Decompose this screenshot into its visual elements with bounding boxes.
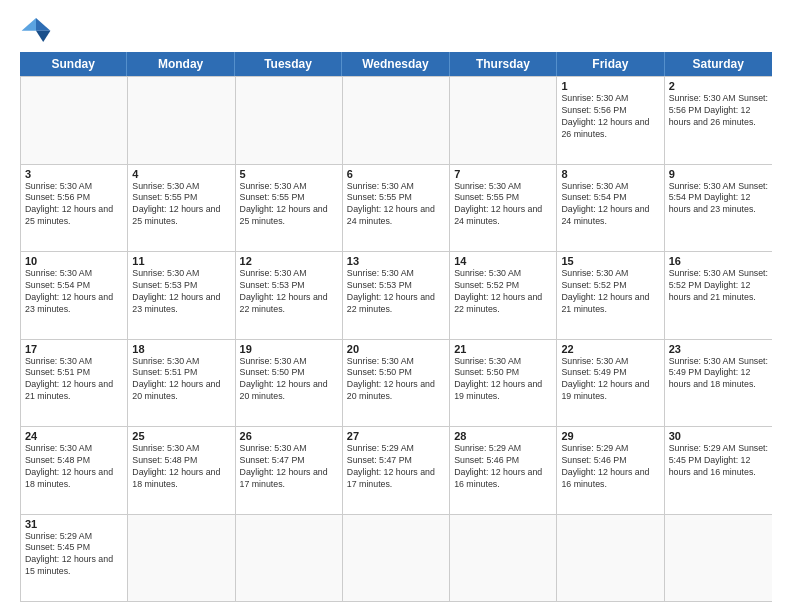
cell-date: 30 bbox=[669, 430, 768, 442]
calendar-cell: 6Sunrise: 5:30 AM Sunset: 5:55 PM Daylig… bbox=[343, 165, 450, 252]
calendar-cell bbox=[665, 515, 772, 602]
cell-date: 25 bbox=[132, 430, 230, 442]
cell-info: Sunrise: 5:29 AM Sunset: 5:46 PM Dayligh… bbox=[561, 443, 659, 491]
calendar-cell: 27Sunrise: 5:29 AM Sunset: 5:47 PM Dayli… bbox=[343, 427, 450, 514]
cell-date: 6 bbox=[347, 168, 445, 180]
cell-date: 11 bbox=[132, 255, 230, 267]
header-cell-thursday: Thursday bbox=[450, 52, 557, 76]
calendar-cell: 31Sunrise: 5:29 AM Sunset: 5:45 PM Dayli… bbox=[21, 515, 128, 602]
cell-date: 18 bbox=[132, 343, 230, 355]
calendar-cell: 12Sunrise: 5:30 AM Sunset: 5:53 PM Dayli… bbox=[236, 252, 343, 339]
calendar-row-2: 10Sunrise: 5:30 AM Sunset: 5:54 PM Dayli… bbox=[21, 251, 772, 339]
calendar-body: 1Sunrise: 5:30 AM Sunset: 5:56 PM Daylig… bbox=[20, 76, 772, 602]
cell-info: Sunrise: 5:30 AM Sunset: 5:51 PM Dayligh… bbox=[132, 356, 230, 404]
logo bbox=[20, 16, 56, 44]
calendar-cell bbox=[343, 77, 450, 164]
header-cell-tuesday: Tuesday bbox=[235, 52, 342, 76]
svg-marker-1 bbox=[36, 31, 50, 42]
calendar-cell bbox=[21, 77, 128, 164]
calendar-cell: 2Sunrise: 5:30 AM Sunset: 5:56 PM Daylig… bbox=[665, 77, 772, 164]
header-cell-friday: Friday bbox=[557, 52, 664, 76]
cell-date: 10 bbox=[25, 255, 123, 267]
cell-date: 12 bbox=[240, 255, 338, 267]
cell-date: 21 bbox=[454, 343, 552, 355]
header bbox=[20, 16, 772, 44]
cell-info: Sunrise: 5:30 AM Sunset: 5:54 PM Dayligh… bbox=[669, 181, 768, 217]
calendar-cell: 18Sunrise: 5:30 AM Sunset: 5:51 PM Dayli… bbox=[128, 340, 235, 427]
cell-info: Sunrise: 5:30 AM Sunset: 5:53 PM Dayligh… bbox=[132, 268, 230, 316]
cell-date: 23 bbox=[669, 343, 768, 355]
cell-info: Sunrise: 5:30 AM Sunset: 5:54 PM Dayligh… bbox=[25, 268, 123, 316]
calendar-cell bbox=[450, 77, 557, 164]
calendar-row-0: 1Sunrise: 5:30 AM Sunset: 5:56 PM Daylig… bbox=[21, 76, 772, 164]
cell-date: 20 bbox=[347, 343, 445, 355]
calendar-cell: 5Sunrise: 5:30 AM Sunset: 5:55 PM Daylig… bbox=[236, 165, 343, 252]
calendar-cell bbox=[450, 515, 557, 602]
cell-info: Sunrise: 5:30 AM Sunset: 5:49 PM Dayligh… bbox=[561, 356, 659, 404]
cell-date: 7 bbox=[454, 168, 552, 180]
cell-info: Sunrise: 5:30 AM Sunset: 5:48 PM Dayligh… bbox=[132, 443, 230, 491]
cell-date: 31 bbox=[25, 518, 123, 530]
calendar-cell: 7Sunrise: 5:30 AM Sunset: 5:55 PM Daylig… bbox=[450, 165, 557, 252]
calendar-cell: 16Sunrise: 5:30 AM Sunset: 5:52 PM Dayli… bbox=[665, 252, 772, 339]
calendar-cell: 9Sunrise: 5:30 AM Sunset: 5:54 PM Daylig… bbox=[665, 165, 772, 252]
cell-info: Sunrise: 5:30 AM Sunset: 5:48 PM Dayligh… bbox=[25, 443, 123, 491]
calendar-cell: 10Sunrise: 5:30 AM Sunset: 5:54 PM Dayli… bbox=[21, 252, 128, 339]
cell-date: 27 bbox=[347, 430, 445, 442]
cell-info: Sunrise: 5:30 AM Sunset: 5:50 PM Dayligh… bbox=[347, 356, 445, 404]
calendar-cell: 29Sunrise: 5:29 AM Sunset: 5:46 PM Dayli… bbox=[557, 427, 664, 514]
logo-icon bbox=[20, 16, 52, 44]
header-cell-wednesday: Wednesday bbox=[342, 52, 449, 76]
calendar-cell: 26Sunrise: 5:30 AM Sunset: 5:47 PM Dayli… bbox=[236, 427, 343, 514]
calendar-cell: 24Sunrise: 5:30 AM Sunset: 5:48 PM Dayli… bbox=[21, 427, 128, 514]
calendar-cell: 1Sunrise: 5:30 AM Sunset: 5:56 PM Daylig… bbox=[557, 77, 664, 164]
cell-date: 5 bbox=[240, 168, 338, 180]
cell-info: Sunrise: 5:30 AM Sunset: 5:53 PM Dayligh… bbox=[240, 268, 338, 316]
cell-date: 3 bbox=[25, 168, 123, 180]
cell-info: Sunrise: 5:30 AM Sunset: 5:49 PM Dayligh… bbox=[669, 356, 768, 392]
cell-date: 29 bbox=[561, 430, 659, 442]
cell-date: 1 bbox=[561, 80, 659, 92]
cell-info: Sunrise: 5:29 AM Sunset: 5:46 PM Dayligh… bbox=[454, 443, 552, 491]
calendar-cell bbox=[343, 515, 450, 602]
calendar-cell: 28Sunrise: 5:29 AM Sunset: 5:46 PM Dayli… bbox=[450, 427, 557, 514]
cell-date: 2 bbox=[669, 80, 768, 92]
calendar-cell bbox=[128, 515, 235, 602]
svg-marker-2 bbox=[22, 18, 36, 31]
calendar-row-5: 31Sunrise: 5:29 AM Sunset: 5:45 PM Dayli… bbox=[21, 514, 772, 602]
svg-marker-0 bbox=[36, 18, 50, 31]
calendar-header-row: SundayMondayTuesdayWednesdayThursdayFrid… bbox=[20, 52, 772, 76]
cell-date: 16 bbox=[669, 255, 768, 267]
calendar-cell: 17Sunrise: 5:30 AM Sunset: 5:51 PM Dayli… bbox=[21, 340, 128, 427]
calendar-cell bbox=[236, 515, 343, 602]
cell-info: Sunrise: 5:30 AM Sunset: 5:56 PM Dayligh… bbox=[669, 93, 768, 129]
calendar-cell bbox=[236, 77, 343, 164]
cell-date: 28 bbox=[454, 430, 552, 442]
calendar-cell: 25Sunrise: 5:30 AM Sunset: 5:48 PM Dayli… bbox=[128, 427, 235, 514]
cell-info: Sunrise: 5:30 AM Sunset: 5:50 PM Dayligh… bbox=[454, 356, 552, 404]
calendar-cell: 8Sunrise: 5:30 AM Sunset: 5:54 PM Daylig… bbox=[557, 165, 664, 252]
cell-date: 19 bbox=[240, 343, 338, 355]
cell-date: 22 bbox=[561, 343, 659, 355]
cell-date: 26 bbox=[240, 430, 338, 442]
calendar-cell: 4Sunrise: 5:30 AM Sunset: 5:55 PM Daylig… bbox=[128, 165, 235, 252]
calendar-cell bbox=[128, 77, 235, 164]
cell-info: Sunrise: 5:30 AM Sunset: 5:53 PM Dayligh… bbox=[347, 268, 445, 316]
cell-info: Sunrise: 5:30 AM Sunset: 5:56 PM Dayligh… bbox=[561, 93, 659, 141]
cell-info: Sunrise: 5:29 AM Sunset: 5:45 PM Dayligh… bbox=[669, 443, 768, 479]
cell-info: Sunrise: 5:30 AM Sunset: 5:56 PM Dayligh… bbox=[25, 181, 123, 229]
cell-date: 9 bbox=[669, 168, 768, 180]
calendar-cell: 15Sunrise: 5:30 AM Sunset: 5:52 PM Dayli… bbox=[557, 252, 664, 339]
cell-info: Sunrise: 5:30 AM Sunset: 5:55 PM Dayligh… bbox=[132, 181, 230, 229]
calendar-row-4: 24Sunrise: 5:30 AM Sunset: 5:48 PM Dayli… bbox=[21, 426, 772, 514]
cell-info: Sunrise: 5:29 AM Sunset: 5:47 PM Dayligh… bbox=[347, 443, 445, 491]
calendar-cell: 11Sunrise: 5:30 AM Sunset: 5:53 PM Dayli… bbox=[128, 252, 235, 339]
header-cell-sunday: Sunday bbox=[20, 52, 127, 76]
cell-info: Sunrise: 5:30 AM Sunset: 5:52 PM Dayligh… bbox=[669, 268, 768, 304]
calendar: SundayMondayTuesdayWednesdayThursdayFrid… bbox=[20, 52, 772, 602]
cell-info: Sunrise: 5:30 AM Sunset: 5:51 PM Dayligh… bbox=[25, 356, 123, 404]
calendar-cell: 21Sunrise: 5:30 AM Sunset: 5:50 PM Dayli… bbox=[450, 340, 557, 427]
header-cell-monday: Monday bbox=[127, 52, 234, 76]
cell-date: 4 bbox=[132, 168, 230, 180]
cell-info: Sunrise: 5:30 AM Sunset: 5:55 PM Dayligh… bbox=[240, 181, 338, 229]
